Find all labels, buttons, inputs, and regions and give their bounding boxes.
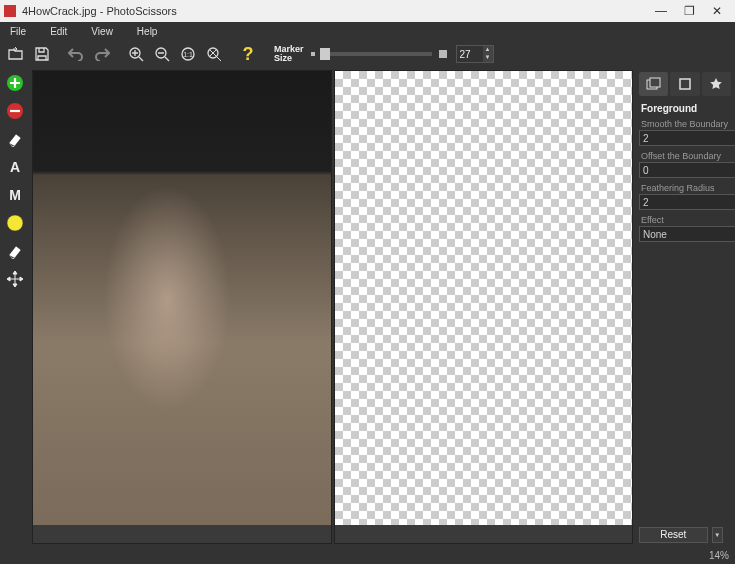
redo-button[interactable] (90, 42, 114, 66)
app-name: PhotoScissors (106, 5, 176, 17)
right-panel: Foreground Smooth the Boundary ▲▼ Offset… (635, 68, 735, 546)
layers-icon (646, 77, 662, 91)
offset-boundary-label: Offset the Boundary (635, 149, 735, 162)
svg-rect-14 (650, 78, 660, 87)
zoom-fit-icon (207, 47, 222, 62)
smooth-boundary-input[interactable] (639, 130, 735, 146)
workspace (30, 68, 635, 546)
help-button[interactable]: ? (236, 42, 260, 66)
foreground-marker-tool[interactable] (2, 70, 28, 96)
letter-m-icon: M (6, 186, 24, 204)
maximize-button[interactable]: ❐ (675, 1, 703, 21)
eraser-icon (6, 131, 24, 147)
star-icon (709, 77, 723, 91)
zoom-fit-button[interactable] (202, 42, 226, 66)
eraser2-icon (6, 243, 24, 259)
svg-rect-6 (311, 52, 315, 56)
marker-size-spinbox[interactable]: ▲▼ (456, 45, 494, 63)
save-icon (35, 47, 49, 61)
reset-dropdown[interactable]: ▼ (712, 527, 724, 543)
right-panel-footer: Reset ▼ (635, 524, 735, 546)
svg-text:M: M (9, 187, 21, 203)
zoom-actual-button[interactable]: 1:1 (176, 42, 200, 66)
background-marker-tool[interactable] (2, 98, 28, 124)
zoom-out-button[interactable] (150, 42, 174, 66)
source-canvas[interactable] (33, 71, 331, 525)
source-pane (32, 70, 332, 544)
menubar: File Edit View Help (0, 22, 735, 40)
filename: 4HowCrack.jpg (22, 5, 97, 17)
folder-open-icon (8, 47, 24, 61)
highlight-tool[interactable] (2, 210, 28, 236)
undo-icon (68, 47, 84, 61)
titlebar: 4HowCrack.jpg - PhotoScissors — ❐ ✕ (0, 0, 735, 22)
svg-text:A: A (10, 159, 20, 175)
chevron-down-icon: ▼ (714, 532, 720, 538)
feathering-radius-label: Feathering Radius (635, 181, 735, 194)
manual-mode-tool[interactable]: M (2, 182, 28, 208)
source-pane-footer (33, 525, 331, 543)
smooth-boundary-label: Smooth the Boundary (635, 117, 735, 130)
zoom-actual-icon: 1:1 (181, 47, 196, 62)
offset-boundary-input[interactable] (639, 162, 735, 178)
slider-min-icon (310, 51, 316, 57)
app-icon (4, 5, 16, 17)
status-bar: 14% (0, 546, 735, 564)
menu-file[interactable]: File (2, 26, 42, 37)
zoom-in-icon (129, 47, 144, 62)
menu-edit[interactable]: Edit (42, 26, 83, 37)
window-title: 4HowCrack.jpg - PhotoScissors (22, 5, 647, 17)
effect-label: Effect (635, 213, 735, 226)
result-pane-footer (335, 525, 633, 543)
spin-down[interactable]: ▼ (483, 54, 493, 62)
eraser-tool[interactable] (2, 126, 28, 152)
section-foreground-title: Foreground (635, 100, 735, 117)
zoom-out-icon (155, 47, 170, 62)
effect-select[interactable] (639, 226, 735, 242)
minimize-button[interactable]: — (647, 1, 675, 21)
result-pane (334, 70, 634, 544)
letter-a-icon: A (6, 158, 24, 176)
result-canvas[interactable] (335, 71, 633, 525)
feathering-radius-input[interactable] (639, 194, 735, 210)
svg-rect-15 (680, 79, 690, 89)
zoom-level: 14% (709, 550, 729, 561)
tab-effects[interactable] (702, 72, 731, 96)
svg-point-12 (7, 215, 23, 231)
right-panel-tabs (635, 68, 735, 100)
menu-view[interactable]: View (83, 26, 129, 37)
eraser2-tool[interactable] (2, 238, 28, 264)
undo-button[interactable] (64, 42, 88, 66)
svg-text:?: ? (243, 45, 254, 63)
transparent-background (335, 71, 633, 525)
marker-size-input[interactable] (457, 46, 483, 62)
redo-icon (94, 47, 110, 61)
zoom-in-button[interactable] (124, 42, 148, 66)
tab-layers[interactable] (639, 72, 668, 96)
minus-circle-icon (6, 102, 24, 120)
help-icon: ? (241, 45, 255, 63)
left-toolstrip: A M (0, 68, 30, 546)
marker-size-slider[interactable] (310, 49, 448, 59)
reset-button[interactable]: Reset (639, 527, 708, 543)
auto-mode-tool[interactable]: A (2, 154, 28, 180)
svg-rect-7 (439, 50, 447, 58)
tab-crop[interactable] (670, 72, 699, 96)
save-button[interactable] (30, 42, 54, 66)
source-image (33, 71, 331, 525)
svg-text:1:1: 1:1 (183, 51, 193, 58)
slider-max-icon (438, 49, 448, 59)
top-toolbar: 1:1 ? Marker Size ▲▼ (0, 40, 735, 68)
slider-thumb[interactable] (320, 48, 330, 60)
plus-circle-icon (6, 74, 24, 92)
spin-up[interactable]: ▲ (483, 46, 493, 54)
yellow-circle-icon (6, 214, 24, 232)
move-icon (6, 270, 24, 288)
move-tool[interactable] (2, 266, 28, 292)
open-button[interactable] (4, 42, 28, 66)
marker-size-label: Marker Size (274, 45, 304, 63)
crop-icon (678, 77, 692, 91)
main-area: A M (0, 68, 735, 546)
close-button[interactable]: ✕ (703, 1, 731, 21)
menu-help[interactable]: Help (129, 26, 174, 37)
